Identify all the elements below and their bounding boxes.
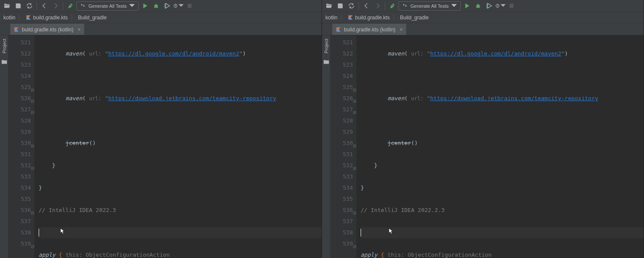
refresh-icon[interactable] [346, 1, 356, 11]
tab-label: build.gradle.kts (kotlin) [344, 27, 395, 33]
save-icon[interactable] [13, 1, 23, 11]
svg-rect-2 [187, 4, 191, 8]
save-icon[interactable] [335, 1, 345, 11]
stop-icon[interactable] [506, 1, 516, 11]
project-tool-tab[interactable]: Project [324, 39, 329, 53]
svg-rect-5 [509, 4, 513, 8]
crumb-root[interactable]: kotlin [325, 15, 337, 21]
fold-icon[interactable]: ⊟ [29, 141, 34, 146]
left-tool-strip: Project [0, 35, 9, 258]
folder-icon[interactable] [323, 58, 330, 65]
run-icon[interactable] [462, 1, 472, 11]
chevron-down-icon [129, 3, 135, 9]
svg-point-0 [154, 5, 158, 8]
crumb-file[interactable]: build.gradle.kts [26, 15, 68, 21]
fold-icon[interactable]: ⊟ [351, 96, 356, 101]
crumb-symbol[interactable]: Build_gradle [78, 15, 107, 21]
tab-build-gradle[interactable]: build.gradle.kts (kotlin) × [332, 24, 406, 35]
editor-area: Project 521522523524 525⊟ 526⊟ 527⊟ 5285… [322, 35, 644, 258]
coverage-icon[interactable] [162, 1, 172, 11]
fold-icon[interactable]: ⊟ [351, 208, 356, 213]
run-config-selector[interactable]: Generate All Tests [76, 1, 139, 11]
gutter[interactable]: 521522523524 525⊟ 526⊟ 527⊟ 528529 530⊟ … [331, 35, 356, 258]
chevron-right-icon: 〉 [18, 14, 23, 21]
fold-icon[interactable]: ⊟ [351, 241, 356, 246]
crumb-file[interactable]: build.gradle.kts [348, 15, 390, 21]
editor-pane-right: Generate All Tests kotlin 〉 build.gradle… [322, 0, 644, 258]
gutter[interactable]: 521522523524 525⊟ 526⊟ 527⊟ 528529 530⊟ … [9, 35, 34, 258]
run-config-selector[interactable]: Generate All Tests [398, 1, 461, 11]
fold-icon[interactable]: ⊟ [29, 85, 34, 90]
editor-pane-left: Generate All Tests kotlin 〉 build.gradle… [0, 0, 322, 258]
project-tool-tab[interactable]: Project [2, 39, 7, 53]
chevron-down-icon [451, 3, 457, 9]
coverage-icon[interactable] [484, 1, 494, 11]
fold-icon[interactable]: ⊟ [351, 141, 356, 146]
open-icon[interactable] [324, 1, 334, 11]
profile-icon[interactable] [495, 1, 505, 11]
fold-icon[interactable]: ⊟ [351, 107, 356, 112]
editor-tabs: build.gradle.kts (kotlin) × [0, 23, 322, 35]
main-toolbar: Generate All Tests [0, 0, 322, 12]
fold-icon[interactable]: ⊟ [351, 85, 356, 90]
tab-label: build.gradle.kts (kotlin) [22, 27, 73, 33]
debug-icon[interactable] [151, 1, 161, 11]
crumb-symbol[interactable]: Build_gradle [400, 15, 429, 21]
chevron-right-icon: 〉 [70, 14, 76, 21]
code-editor[interactable]: maven( url: "https://dl.google.com/dl/an… [34, 35, 322, 258]
run-config-label: Generate All Tests [88, 3, 127, 9]
debug-icon[interactable] [473, 1, 483, 11]
breadcrumb: kotlin 〉 build.gradle.kts 〉 Build_gradle [322, 12, 644, 23]
editor-tabs: build.gradle.kts (kotlin) × [322, 23, 644, 35]
fold-icon[interactable]: ⊟ [29, 163, 34, 168]
run-icon[interactable] [140, 1, 150, 11]
close-icon[interactable]: × [78, 27, 81, 33]
back-icon[interactable] [39, 1, 49, 11]
forward-icon[interactable] [372, 1, 383, 11]
svg-point-3 [476, 5, 480, 8]
back-icon[interactable] [361, 1, 371, 11]
fold-icon[interactable]: ⊟ [29, 96, 34, 101]
code-editor[interactable]: maven( url: "https://dl.google.com/dl/an… [356, 35, 644, 258]
profile-icon[interactable] [173, 1, 183, 11]
stop-icon[interactable] [184, 1, 194, 11]
main-toolbar: Generate All Tests [322, 0, 644, 12]
hammer-icon[interactable] [65, 1, 76, 11]
open-icon[interactable] [2, 1, 12, 11]
run-config-label: Generate All Tests [410, 3, 449, 9]
fold-icon[interactable]: ⊟ [351, 163, 356, 168]
left-tool-strip: Project [322, 35, 331, 258]
fold-icon[interactable]: ⊟ [29, 107, 34, 112]
hammer-icon[interactable] [387, 1, 398, 11]
breadcrumb: kotlin 〉 build.gradle.kts 〉 Build_gradle [0, 12, 322, 23]
crumb-root[interactable]: kotlin [3, 15, 15, 21]
fold-icon[interactable]: ⊟ [29, 208, 34, 213]
chevron-right-icon: 〉 [392, 14, 398, 21]
editor-area: Project 521522523524 525⊟ 526⊟ 527⊟ 5285… [0, 35, 322, 258]
close-icon[interactable]: × [400, 27, 403, 33]
chevron-right-icon: 〉 [340, 14, 345, 21]
folder-icon[interactable] [1, 58, 8, 65]
refresh-icon[interactable] [24, 1, 34, 11]
tab-build-gradle[interactable]: build.gradle.kts (kotlin) × [10, 24, 84, 35]
fold-icon[interactable]: ⊟ [29, 241, 34, 246]
forward-icon[interactable] [50, 1, 61, 11]
